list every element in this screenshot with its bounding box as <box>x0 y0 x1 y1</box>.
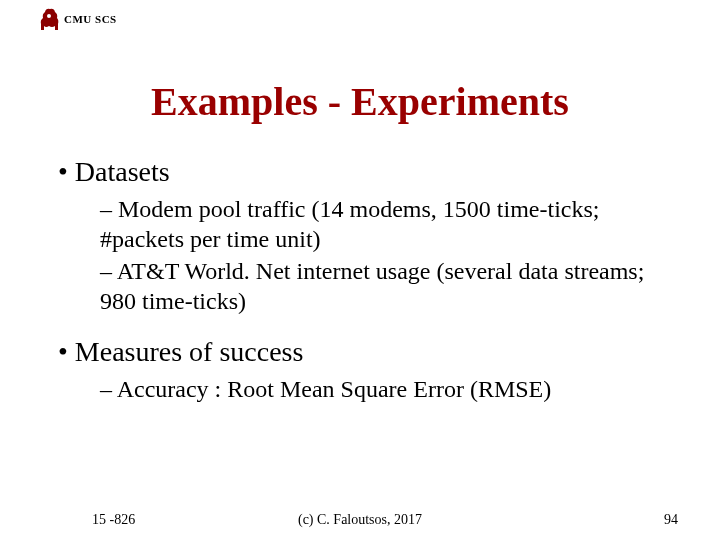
bullet-measures-sub1: Accuracy : Root Mean Square Error (RMSE) <box>100 374 680 404</box>
bullet-datasets: Datasets <box>58 156 680 188</box>
slide-content: Datasets Modem pool traffic (14 modems, … <box>58 148 680 406</box>
bullet-datasets-sub1: Modem pool traffic (14 modems, 1500 time… <box>100 194 680 254</box>
footer-copyright: (c) C. Faloutsos, 2017 <box>0 512 720 528</box>
header-org-label: CMU SCS <box>64 13 117 25</box>
bullet-datasets-sub2: AT&T World. Net internet usage (several … <box>100 256 680 316</box>
footer-page-number: 94 <box>664 512 678 528</box>
slide-header: CMU SCS <box>38 6 117 32</box>
slide-title: Examples - Experiments <box>0 78 720 125</box>
scotty-dog-icon <box>38 6 60 32</box>
bullet-measures: Measures of success <box>58 336 680 368</box>
